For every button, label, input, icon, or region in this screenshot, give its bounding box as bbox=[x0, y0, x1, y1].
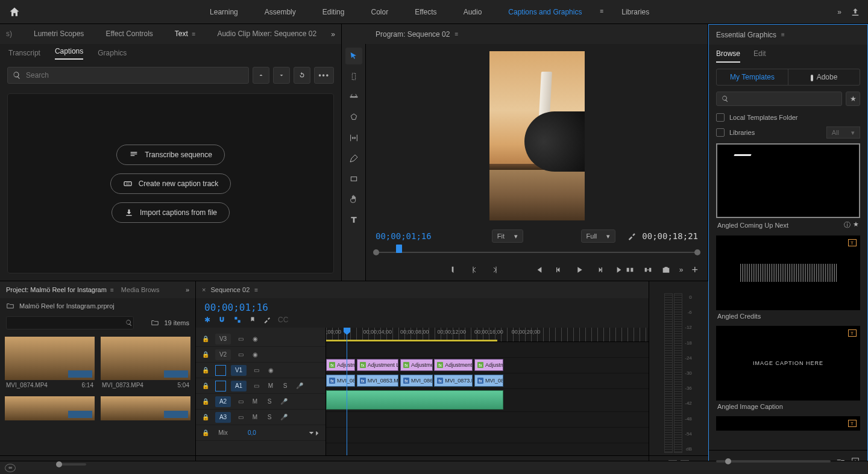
zoom-fit-combo[interactable]: Fit▾ bbox=[492, 229, 523, 243]
sequence-tab[interactable]: Sequence 02 bbox=[210, 286, 250, 293]
workspace-editing[interactable]: Editing bbox=[309, 2, 358, 22]
program-menu-icon[interactable]: ≡ bbox=[454, 31, 458, 37]
timeline-ruler[interactable]: ;00;00 00;00;04;00 00;00;08;00 00;00;12;… bbox=[326, 328, 649, 342]
mark-open-icon[interactable] bbox=[470, 265, 479, 275]
panel-tab-effect-controls[interactable]: Effect Controls bbox=[95, 24, 163, 44]
media-browser-tab[interactable]: Media Brows bbox=[121, 286, 160, 293]
track-a2[interactable]: A2 bbox=[215, 396, 231, 407]
mix-collapse-icon[interactable]: ⏷⏵ bbox=[309, 429, 321, 436]
create-caption-track-button[interactable]: CC Create new caption track bbox=[110, 173, 231, 194]
track-toggle-icon[interactable]: ▭ bbox=[236, 351, 245, 358]
lock-icon[interactable]: 🔒 bbox=[201, 351, 210, 358]
project-tab[interactable]: Project: Malmö Reel for Instagram ≡ bbox=[6, 286, 114, 293]
caption-more-button[interactable]: ••• bbox=[314, 67, 334, 84]
mix-value[interactable]: 0,0 bbox=[248, 429, 256, 436]
info-icon[interactable]: ⓘ bbox=[844, 220, 851, 229]
go-to-out-icon[interactable] bbox=[615, 265, 625, 275]
creative-cloud-icon[interactable]: ∞ bbox=[5, 464, 16, 472]
mute-icon[interactable]: M bbox=[250, 414, 260, 420]
marker-icon[interactable] bbox=[249, 316, 256, 324]
track-toggle-icon[interactable]: ▭ bbox=[236, 335, 245, 342]
timeline-playhead[interactable] bbox=[347, 328, 347, 455]
workspace-color[interactable]: Color bbox=[357, 2, 401, 22]
eye-icon[interactable]: ◉ bbox=[250, 335, 260, 342]
template-item[interactable]: Angled Coming Up Nextⓘ★ bbox=[716, 143, 860, 232]
essential-graphics-menu-icon[interactable]: ≡ bbox=[781, 31, 785, 38]
eg-adobe-stock-button[interactable]: Adobe bbox=[788, 69, 860, 85]
lock-icon[interactable]: 🔒 bbox=[201, 367, 210, 373]
linked-sel-icon[interactable] bbox=[233, 316, 242, 324]
eg-search-input[interactable] bbox=[716, 92, 842, 106]
solo-icon[interactable]: S bbox=[280, 382, 290, 389]
timecode-in[interactable]: 00;00;01;16 bbox=[376, 231, 432, 241]
template-item[interactable]: TIMAGE CAPTION HERE Angled Image Caption bbox=[716, 326, 860, 413]
track-mix[interactable]: Mix bbox=[215, 428, 231, 438]
tool-rectangle[interactable] bbox=[345, 170, 362, 187]
wrench-icon[interactable] bbox=[627, 232, 636, 240]
lift-icon[interactable] bbox=[625, 265, 635, 275]
track-toggle-icon[interactable]: ▭ bbox=[251, 382, 261, 389]
eg-tab-browse[interactable]: Browse bbox=[716, 49, 740, 63]
local-templates-checkbox[interactable] bbox=[716, 113, 725, 122]
subtab-transcript[interactable]: Transcript bbox=[8, 49, 40, 57]
add-button-icon[interactable]: + bbox=[691, 264, 698, 276]
workspace-libraries[interactable]: Libraries bbox=[608, 2, 662, 22]
panel-tab-truncated[interactable]: s) bbox=[6, 24, 23, 44]
solo-icon[interactable]: S bbox=[265, 414, 274, 420]
overflow-icon[interactable]: » bbox=[837, 8, 841, 16]
workspace-learning[interactable]: Learning bbox=[197, 2, 251, 22]
tool-type[interactable] bbox=[345, 211, 362, 228]
panel-tab-lumetri-scopes[interactable]: Lumetri Scopes bbox=[23, 24, 95, 44]
transport-overflow-icon[interactable]: » bbox=[679, 266, 684, 274]
step-back-icon[interactable] bbox=[554, 265, 564, 275]
project-overflow-icon[interactable]: » bbox=[186, 286, 189, 293]
eg-favorites-button[interactable]: ★ bbox=[846, 92, 860, 106]
program-scrubber[interactable] bbox=[376, 246, 698, 260]
eye-icon[interactable]: ◉ bbox=[250, 351, 260, 358]
eg-my-templates-button[interactable]: My Templates bbox=[717, 69, 788, 85]
import-captions-button[interactable]: Import captions from file bbox=[112, 202, 230, 223]
subtab-captions[interactable]: Captions bbox=[55, 47, 83, 60]
new-bin-icon[interactable] bbox=[151, 319, 159, 327]
playhead-handle[interactable] bbox=[396, 245, 402, 253]
solo-icon[interactable]: S bbox=[265, 398, 274, 405]
mic-icon[interactable]: 🎤 bbox=[295, 382, 304, 389]
lock-icon[interactable]: 🔒 bbox=[201, 382, 210, 389]
workspace-captions-graphics[interactable]: Captions and Graphics bbox=[495, 2, 595, 22]
workspace-menu-icon[interactable]: ≡ bbox=[595, 2, 608, 22]
track-toggle-icon[interactable]: ▭ bbox=[251, 367, 261, 373]
tool-selection[interactable] bbox=[345, 48, 362, 64]
timeline-close-icon[interactable]: × bbox=[202, 286, 206, 293]
step-fwd-icon[interactable] bbox=[595, 265, 605, 275]
thumb-size-slider[interactable] bbox=[56, 463, 86, 466]
workspace-audio[interactable]: Audio bbox=[450, 2, 495, 22]
clip-item[interactable]: MVI_0873.MP45:04 bbox=[101, 337, 190, 390]
export-frame-icon[interactable] bbox=[661, 265, 671, 275]
mute-icon[interactable]: M bbox=[266, 382, 275, 389]
timeline-tracks[interactable]: ;00;00 00;00;04;00 00;00;08;00 00;00;12;… bbox=[326, 328, 649, 455]
tool-vertical-frame[interactable] bbox=[345, 68, 362, 85]
panel-tab-audio-clip-mixer[interactable]: Audio Clip Mixer: Sequence 02 bbox=[206, 24, 327, 44]
caption-refresh-button[interactable] bbox=[294, 67, 310, 84]
clip-item[interactable] bbox=[5, 396, 95, 420]
workspace-effects[interactable]: Effects bbox=[401, 2, 450, 22]
share-icon[interactable] bbox=[850, 7, 861, 17]
track-v3[interactable]: V3 bbox=[215, 334, 231, 345]
mark-in-icon[interactable] bbox=[449, 265, 459, 275]
mic-icon[interactable]: 🎤 bbox=[279, 398, 289, 405]
timeline-timecode[interactable]: 00;00;01;16 bbox=[204, 302, 288, 313]
template-item[interactable]: T bbox=[716, 416, 860, 431]
program-viewer[interactable] bbox=[366, 44, 708, 228]
transcribe-sequence-button[interactable]: Transcribe sequence bbox=[116, 145, 225, 165]
clip-item[interactable]: MVI_0874.MP46:14 bbox=[5, 337, 95, 390]
captions-search-input[interactable] bbox=[7, 67, 249, 84]
template-item[interactable]: T Angled Credits bbox=[716, 235, 860, 322]
mark-close-icon[interactable] bbox=[490, 265, 500, 275]
clip-item[interactable] bbox=[101, 396, 190, 420]
panel-overflow-icon[interactable]: » bbox=[331, 30, 335, 39]
mute-icon[interactable]: M bbox=[250, 398, 260, 405]
track-toggle-icon[interactable]: ▭ bbox=[236, 414, 245, 420]
track-a3[interactable]: A3 bbox=[215, 412, 231, 423]
snap-icon[interactable]: ✱ bbox=[204, 316, 210, 324]
subtab-graphics[interactable]: Graphics bbox=[98, 49, 127, 57]
